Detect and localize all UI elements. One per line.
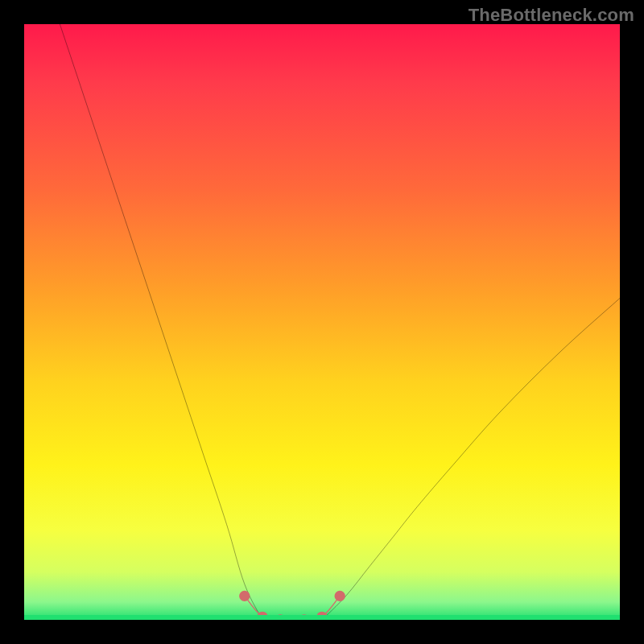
chart-frame: TheBottleneck.com <box>0 0 644 644</box>
baseline-strip <box>24 615 620 620</box>
flat-marker <box>335 591 345 601</box>
left-branch-line <box>60 24 262 620</box>
plot-area <box>24 24 620 620</box>
right-branch-line <box>322 298 620 620</box>
watermark-text: TheBottleneck.com <box>469 5 634 26</box>
curve-layer <box>24 24 620 620</box>
flat-marker <box>239 591 250 601</box>
